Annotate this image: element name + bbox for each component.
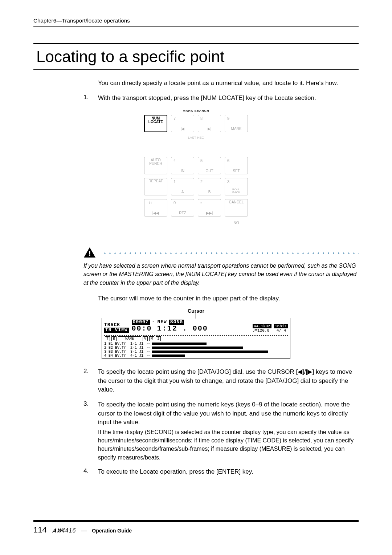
- lcd-table-header: TBNAMEVMI: [104, 336, 288, 341]
- no-label: NO: [225, 220, 248, 238]
- lcd-track-row: 1 B1 EV.Tr 1-1 J1 ○○: [104, 342, 288, 346]
- key-2: 2B: [198, 178, 221, 195]
- warning-icon: !: [83, 247, 96, 259]
- warning-text: If you have selected a screen where norm…: [83, 262, 359, 287]
- lcd-tempo: ♩=120.0: [253, 328, 269, 333]
- lcd-track-row: 3 B3 EV.Tr 3-1 J1 ○○: [104, 350, 288, 354]
- lcd-figure: Cursor │ TRACK TR VIEW 00007 - NEW SONG …: [102, 308, 290, 359]
- lcd-meter: 4/ 4: [277, 328, 286, 333]
- lcd-track-row: 4 B4 EV.Tr 4-1 J1 ○○: [104, 354, 288, 358]
- lcd-samplerate-badge: 44.1kHz: [253, 324, 271, 328]
- cancel-key: CANCEL: [225, 199, 248, 216]
- step-3: 3. To specify the locate point using the…: [83, 400, 359, 462]
- step-2-number: 2.: [83, 368, 93, 394]
- step-2-text: To specify the locate point using the [D…: [98, 368, 359, 394]
- step-1: 1. With the transport stopped, press the…: [83, 94, 359, 103]
- key-7: 7|◀: [171, 115, 194, 132]
- step-3-text: To specify the locate point using the nu…: [98, 400, 359, 427]
- step-1-text: With the transport stopped, press the [N…: [98, 94, 359, 103]
- step-3-subtext: If the time display (SECOND) is selected…: [98, 428, 359, 462]
- keypad-figure: MARK SEARCH NUM LOCATE 7|◀ 8▶| 9MARK LAS…: [142, 109, 250, 238]
- lcd-counter: 00:0 1:12 . 000: [132, 325, 208, 333]
- page-title: Locating to a speciﬁc point: [33, 43, 359, 70]
- lcd-panel: TRACK TR VIEW 00007 - NEW SONG 00:0 1:12…: [102, 318, 290, 359]
- key-3: 3ROLL BACK: [225, 178, 248, 195]
- after-warning-paragraph: The cursor will move to the counter in t…: [98, 294, 352, 303]
- warning-dots: [102, 252, 359, 255]
- key-5: 5OUT: [198, 157, 221, 174]
- rewind-key: −/+|◀◀: [144, 199, 167, 216]
- page-footer: 114 𝘼𝙒4416 — Operation Guide: [33, 520, 359, 535]
- lcd-track-label: TRACK: [104, 323, 129, 328]
- key-6: 6SET: [225, 157, 248, 174]
- key-9: 9MARK: [225, 115, 248, 132]
- step-3-number: 3.: [83, 400, 93, 462]
- step-1-number: 1.: [83, 94, 93, 103]
- lcd-song-suffix: NEW: [157, 320, 167, 325]
- intro-paragraph: You can directly specify a locate point …: [98, 79, 352, 88]
- lcd-song-word: SONG: [169, 320, 184, 325]
- keypad-lasthec: LAST HEC: [171, 136, 221, 140]
- key-8: 8▶|: [198, 115, 221, 132]
- lcd-dash: -: [152, 320, 155, 325]
- lcd-trview-label: TR VIEW: [104, 328, 129, 333]
- repeat-key: REPEAT: [144, 178, 167, 195]
- step-4: 4. To execute the Locate operation, pres…: [83, 467, 359, 477]
- num-locate-key: NUM LOCATE: [144, 115, 167, 132]
- auto-punch-key: AUTO PUNCH: [144, 157, 167, 174]
- step-4-number: 4.: [83, 467, 93, 477]
- step-2: 2. To specify the locate point using the…: [83, 368, 359, 394]
- key-0: 0RTZ: [171, 199, 194, 216]
- lcd-track-row: 2 B2 EV.Tr 2-1 J1 ○○: [104, 346, 288, 350]
- lcd-bitdepth-badge: 16bit: [274, 324, 288, 328]
- footer-guide: Operation Guide: [92, 528, 132, 534]
- svg-text:!: !: [89, 250, 91, 258]
- product-name: 𝘼𝙒4416: [52, 527, 76, 534]
- enter-key: •▶▶|: [198, 199, 221, 216]
- footer-sep: —: [81, 527, 87, 534]
- cursor-arrow-icon: │: [195, 314, 198, 317]
- key-4: 4IN: [171, 157, 194, 174]
- keypad-header: MARK SEARCH: [183, 109, 209, 113]
- running-head: Chapter6—Transport/locate operations: [33, 17, 359, 27]
- lcd-song-id: 00007: [132, 320, 150, 325]
- page-number: 114: [33, 525, 47, 535]
- warning-block: ! If you have selected a screen where no…: [83, 247, 359, 287]
- step-4-text: To execute the Locate operation, press t…: [98, 467, 359, 477]
- key-1: 1A: [171, 178, 194, 195]
